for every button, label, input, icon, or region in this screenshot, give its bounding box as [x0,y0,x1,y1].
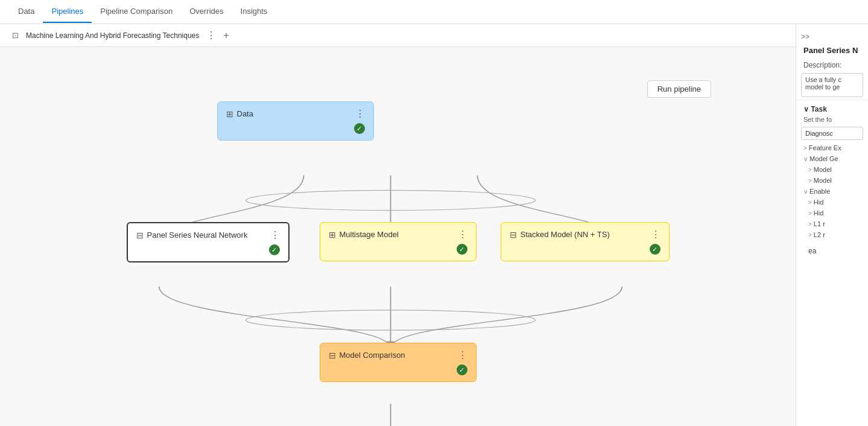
hid1-expand-icon: > [808,199,812,206]
node-multistage[interactable]: ⊞ Multistage Model ⋮ ✓ [320,222,477,261]
tab-insights[interactable]: Insights [232,1,276,23]
feature-ex-label: Feature Ex [809,144,841,151]
node-stacked-header: ⊟ Stacked Model (NN + TS) ⋮ [510,229,661,240]
model2-label: Model [814,177,832,184]
tab-data[interactable]: Data [10,1,43,23]
svg-point-1 [246,310,536,330]
multistage-menu[interactable]: ⋮ [458,229,467,240]
panel-description-box[interactable]: Use a fully c model to ge [801,73,863,97]
model-comparison-menu[interactable]: ⋮ [458,349,467,361]
top-nav: Data Pipelines Pipeline Comparison Overr… [0,0,868,24]
panel-feature-ex[interactable]: > Feature Ex [796,142,868,153]
panel-l2[interactable]: > L2 r [796,229,868,240]
data-node-icon: ⊞ [226,109,233,119]
stacked-title: Stacked Model (NN + TS) [521,230,647,239]
node-model-comparison-header: ⊟ Model Comparison ⋮ [329,349,467,361]
panel-task-box[interactable]: Diagnosc [801,127,863,140]
panel-series-title: Panel Series Neural Network [147,230,267,240]
model1-label: Model [814,166,832,173]
node-data[interactable]: ⊞ Data ⋮ ✓ [217,101,374,141]
model-comparison-check: ✓ [457,364,467,375]
stacked-check: ✓ [650,244,661,255]
hid2-expand-icon: > [808,210,812,217]
panel-collapse-btn[interactable]: >> [796,30,868,43]
panel-l1[interactable]: > L1 r [796,218,868,229]
feature-ex-expand-icon: > [803,145,807,151]
sidebar-toggle-btn[interactable]: ⊡ [10,30,21,41]
node-data-header: ⊞ Data ⋮ [226,108,365,119]
model-comparison-title: Model Comparison [340,351,454,360]
panel-title: Panel Series N [796,43,868,60]
content-area: ⊡ Machine Learning And Hybrid Forecastin… [0,24,868,426]
panel-description-label: Description: [796,60,868,71]
panel-ea[interactable]: ea [796,245,868,257]
canvas-area[interactable]: Run pipeline [0,47,796,426]
panel-model2[interactable]: > Model [796,175,868,186]
enable-label: Enable [809,188,830,195]
panel-enable[interactable]: ∨ Enable [796,186,868,197]
panel-series-check: ✓ [269,244,280,255]
pipeline-tab-actions: ⋮ + [204,28,231,42]
data-node-title: Data [237,109,352,118]
node-multistage-header: ⊞ Multistage Model ⋮ [329,229,467,240]
pipeline-tab-bar: ⊡ Machine Learning And Hybrid Forecastin… [0,24,796,47]
tab-pipeline-comparison[interactable]: Pipeline Comparison [92,1,181,23]
model1-expand-icon: > [808,167,812,173]
node-panel-series-header: ⊟ Panel Series Neural Network ⋮ [136,229,280,241]
stacked-icon: ⊟ [510,230,517,240]
data-node-status: ✓ [226,123,365,134]
panel-model-gen[interactable]: ∨ Model Ge [796,153,868,164]
multistage-title: Multistage Model [340,230,454,239]
panel-series-icon: ⊟ [136,230,144,240]
panel-task-section: ∨ Task [796,100,868,115]
pipeline-tab-label: Machine Learning And Hybrid Forecasting … [26,31,199,40]
panel-hid1[interactable]: > Hid [796,197,868,208]
multistage-icon: ⊞ [329,230,336,240]
panel-model1[interactable]: > Model [796,164,868,175]
l1-expand-icon: > [808,221,812,227]
node-stacked[interactable]: ⊟ Stacked Model (NN + TS) ⋮ ✓ [501,222,670,261]
panel-series-menu[interactable]: ⋮ [270,229,280,241]
hid1-label: Hid [814,199,824,206]
ea-label: ea [808,247,816,255]
data-node-menu[interactable]: ⋮ [355,108,365,119]
panel-series-status: ✓ [136,244,280,255]
l1-label: L1 r [814,220,825,227]
panel-task-text: Set the fo [796,115,868,124]
model-gen-label: Model Ge [809,155,838,162]
hid2-label: Hid [814,209,824,217]
svg-point-0 [246,190,536,210]
model-comparison-status: ✓ [329,364,467,375]
app-container: Data Pipelines Pipeline Comparison Overr… [0,0,868,426]
node-model-comparison[interactable]: ⊟ Model Comparison ⋮ ✓ [320,343,477,382]
model2-expand-icon: > [808,177,812,184]
tab-pipelines[interactable]: Pipelines [43,1,92,23]
task-collapse-icon: ∨ [803,105,811,113]
task-title: Task [811,105,826,113]
stacked-menu[interactable]: ⋮ [651,229,661,240]
model-gen-collapse-icon: ∨ [803,156,808,162]
run-pipeline-button[interactable]: Run pipeline [647,80,711,98]
pipeline-canvas: ⊡ Machine Learning And Hybrid Forecastin… [0,24,796,426]
l2-label: L2 r [814,231,825,238]
enable-collapse-icon: ∨ [803,188,808,195]
pipeline-more-btn[interactable]: ⋮ [204,28,218,42]
node-panel-series[interactable]: ⊟ Panel Series Neural Network ⋮ ✓ [127,222,290,262]
stacked-status: ✓ [510,244,661,255]
l2-expand-icon: > [808,232,812,238]
pipeline-add-btn[interactable]: + [221,29,231,42]
multistage-check: ✓ [457,244,467,255]
tab-overrides[interactable]: Overrides [181,1,232,23]
right-panel: >> Panel Series N Description: Use a ful… [796,24,868,426]
data-status-check: ✓ [354,123,365,134]
panel-hid2[interactable]: > Hid [796,208,868,218]
model-comparison-icon: ⊟ [329,351,336,360]
multistage-status: ✓ [329,244,467,255]
